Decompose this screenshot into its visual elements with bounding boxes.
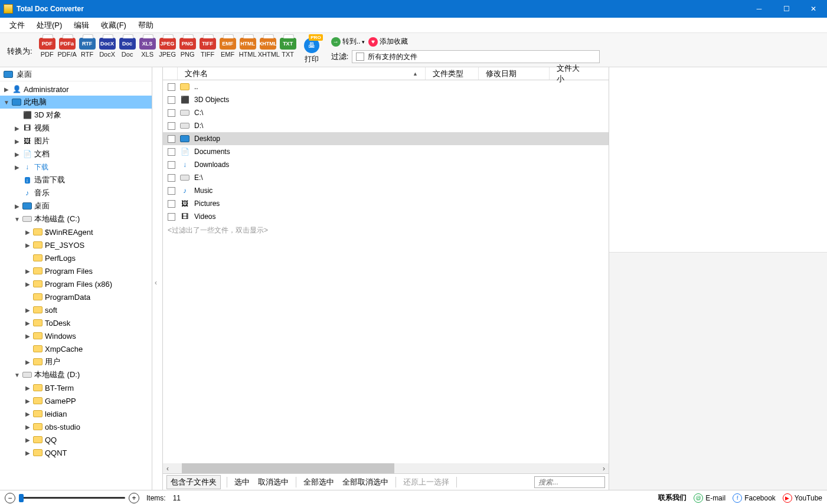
tree-item[interactable]: ↓迅雷下载 bbox=[0, 174, 152, 186]
tree-item[interactable]: ▶$WinREAgent bbox=[0, 225, 152, 238]
search-input[interactable] bbox=[534, 476, 605, 488]
zoom-slider[interactable] bbox=[19, 497, 125, 499]
tree-item[interactable]: ▶PE_JSYOS bbox=[0, 238, 152, 251]
row-checkbox[interactable] bbox=[168, 161, 175, 169]
row-checkbox[interactable] bbox=[168, 213, 175, 221]
zoom-in-icon[interactable]: + bbox=[129, 493, 139, 503]
format-PDF[interactable]: PDFPDF bbox=[37, 38, 57, 58]
tree-item[interactable]: ▶leidian bbox=[0, 407, 152, 420]
col-name[interactable]: 文件名▲ bbox=[177, 67, 425, 80]
filter-hint[interactable]: <过滤出了一些文件，双击显示> bbox=[163, 223, 609, 238]
uncheckall-button[interactable]: 全部取消选中 bbox=[341, 476, 390, 489]
file-row[interactable]: Desktop bbox=[163, 132, 609, 145]
file-row[interactable]: 📄Documents bbox=[163, 145, 609, 158]
include-subfolders-button[interactable]: 包含子文件夹 bbox=[166, 475, 221, 489]
row-checkbox[interactable] bbox=[168, 83, 175, 91]
filter-combobox[interactable]: 所有支持的文件 bbox=[352, 50, 600, 63]
tree-item[interactable]: ▶🖼图片 bbox=[0, 135, 152, 148]
col-checkbox[interactable] bbox=[163, 67, 177, 80]
zoom-out-icon[interactable]: − bbox=[5, 493, 15, 503]
file-row[interactable]: E:\ bbox=[163, 171, 609, 184]
format-TXT[interactable]: TXTTXT bbox=[278, 38, 298, 58]
tree-header[interactable]: 桌面 bbox=[0, 67, 152, 81]
menu-文件[interactable]: 文件 bbox=[4, 18, 31, 32]
tree-item[interactable]: ▼此电脑 bbox=[0, 96, 152, 109]
menu-编辑[interactable]: 编辑 bbox=[68, 18, 95, 32]
format-DocX[interactable]: DocXDocX bbox=[97, 38, 117, 58]
tree-item[interactable]: ▶Windows bbox=[0, 329, 152, 342]
file-row[interactable]: ♪Music bbox=[163, 184, 609, 197]
tree-item[interactable]: ▶↓下载 bbox=[0, 161, 152, 174]
uncheck-button[interactable]: 取消选中 bbox=[257, 476, 290, 489]
youtube-link[interactable]: ▶YouTube bbox=[783, 493, 822, 503]
zoom-control[interactable]: − + bbox=[5, 493, 139, 503]
goto-button[interactable]: →转到..▾ bbox=[331, 37, 365, 47]
file-row[interactable]: ⬛3D Objects bbox=[163, 93, 609, 106]
contact-link[interactable]: 联系我们 bbox=[658, 493, 687, 503]
col-size[interactable]: 文件大小 bbox=[549, 67, 590, 80]
file-row[interactable]: C:\ bbox=[163, 106, 609, 119]
row-checkbox[interactable] bbox=[168, 200, 175, 208]
tree-item[interactable]: ▼本地磁盘 (D:) bbox=[0, 368, 152, 381]
row-checkbox[interactable] bbox=[168, 187, 175, 195]
file-row[interactable]: D:\ bbox=[163, 119, 609, 132]
horizontal-scrollbar[interactable]: ‹› bbox=[163, 463, 609, 473]
tree-item[interactable]: ▶soft bbox=[0, 303, 152, 316]
tree-item[interactable]: ▶📄文档 bbox=[0, 148, 152, 161]
file-row[interactable]: .. bbox=[163, 80, 609, 93]
tree-item[interactable]: XmpCache bbox=[0, 342, 152, 355]
format-PDF/A[interactable]: PDFaPDF/A bbox=[57, 38, 77, 58]
checkall-button[interactable]: 全部选中 bbox=[302, 476, 335, 489]
splitter[interactable] bbox=[152, 67, 163, 490]
row-checkbox[interactable] bbox=[168, 148, 175, 156]
folder-tree[interactable]: ▶👤Administrator▼此电脑⬛3D 对象▶🎞视频▶🖼图片▶📄文档▶↓下… bbox=[0, 81, 152, 490]
tree-item[interactable]: ProgramData bbox=[0, 290, 152, 303]
tree-item[interactable]: ▶QQ bbox=[0, 433, 152, 446]
row-checkbox[interactable] bbox=[168, 135, 175, 143]
row-checkbox[interactable] bbox=[168, 109, 175, 117]
tree-item[interactable]: ▶👤Administrator bbox=[0, 83, 152, 96]
maximize-button[interactable]: ☐ bbox=[773, 0, 800, 18]
format-Doc[interactable]: DocDoc bbox=[117, 38, 138, 58]
tree-item[interactable]: ▶ToDesk bbox=[0, 316, 152, 329]
facebook-link[interactable]: fFacebook bbox=[733, 493, 776, 503]
format-PNG[interactable]: PNGPNG bbox=[178, 38, 198, 58]
row-checkbox[interactable] bbox=[168, 96, 175, 104]
tree-item[interactable]: ♪音乐 bbox=[0, 186, 152, 199]
email-link[interactable]: @E-mail bbox=[694, 493, 725, 503]
file-row[interactable]: 🎞Videos bbox=[163, 210, 609, 223]
tree-item[interactable]: ▼本地磁盘 (C:) bbox=[0, 212, 152, 225]
file-row[interactable]: ↓Downloads bbox=[163, 158, 609, 171]
tree-item[interactable]: ▶obs-studio bbox=[0, 420, 152, 433]
menu-帮助[interactable]: 帮助 bbox=[132, 18, 159, 32]
row-checkbox[interactable] bbox=[168, 122, 175, 130]
add-favorite-button[interactable]: ♥添加收藏 bbox=[368, 37, 408, 47]
tree-item[interactable]: ▶BT-Term bbox=[0, 381, 152, 394]
format-EMF[interactable]: EMFEMF bbox=[218, 38, 238, 58]
minimize-button[interactable]: ─ bbox=[746, 0, 773, 18]
file-list[interactable]: ..⬛3D ObjectsC:\D:\Desktop📄Documents↓Dow… bbox=[163, 80, 609, 463]
format-TIFF[interactable]: TIFFTIFF bbox=[198, 38, 218, 58]
tree-item[interactable]: ▶用户 bbox=[0, 355, 152, 368]
row-checkbox[interactable] bbox=[168, 174, 175, 182]
tree-item[interactable]: ▶Program Files bbox=[0, 264, 152, 277]
format-XLS[interactable]: XLSXLS bbox=[138, 38, 158, 58]
tree-item[interactable]: ⬛3D 对象 bbox=[0, 109, 152, 122]
col-type[interactable]: 文件类型 bbox=[425, 67, 478, 80]
tree-item[interactable]: ▶QQNT bbox=[0, 446, 152, 459]
tree-item[interactable]: ▶Program Files (x86) bbox=[0, 277, 152, 290]
tree-item[interactable]: ▶🎞视频 bbox=[0, 122, 152, 135]
tree-item[interactable]: PerfLogs bbox=[0, 251, 152, 264]
tree-item[interactable]: ▶GamePP bbox=[0, 394, 152, 407]
format-JPEG[interactable]: JPEGJPEG bbox=[158, 38, 178, 58]
check-button[interactable]: 选中 bbox=[233, 476, 251, 489]
format-RTF[interactable]: RTFRTF bbox=[77, 38, 97, 58]
format-HTML[interactable]: HTMLHTML bbox=[238, 38, 258, 58]
menu-处理(P)[interactable]: 处理(P) bbox=[31, 18, 68, 32]
tree-item[interactable]: ▶桌面 bbox=[0, 199, 152, 212]
file-row[interactable]: 🖼Pictures bbox=[163, 197, 609, 210]
col-date[interactable]: 修改日期 bbox=[478, 67, 549, 80]
format-XHTML[interactable]: XHTMLXHTML bbox=[258, 38, 278, 58]
close-button[interactable]: ✕ bbox=[800, 0, 827, 18]
print-button[interactable]: PRO 🖶 打印 bbox=[302, 38, 322, 64]
